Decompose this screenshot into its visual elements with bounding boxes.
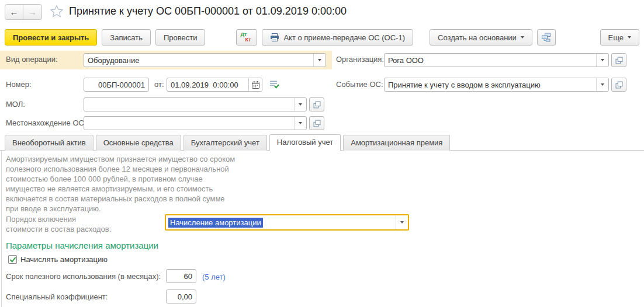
printer-icon [270, 33, 279, 41]
number-input[interactable]: 00БП-000001 [84, 78, 149, 92]
print-act-button[interactable]: Акт о приеме-передаче ОС (ОС-1) [262, 29, 413, 46]
special-coef-input[interactable]: 0,00 [166, 289, 196, 303]
organization-combo[interactable]: Рога ООО [384, 53, 609, 67]
toolbar: Провести и закрыть Записать Провести Дт … [5, 29, 639, 46]
tab-amortizacionnaya-premiya[interactable]: Амортизационная премия [343, 135, 450, 151]
favorite-star-button[interactable] [50, 5, 63, 19]
post-button[interactable]: Провести [155, 29, 206, 46]
set-posting-time-button[interactable] [269, 79, 279, 91]
post-and-close-button[interactable]: Провести и закрыть [5, 29, 97, 46]
star-icon [50, 5, 63, 18]
related-documents-button[interactable] [537, 29, 556, 46]
create-on-basis-label: Создать на основании [438, 33, 517, 42]
dt-kt-button[interactable]: Дт Кт [236, 29, 257, 46]
checkmark-icon [9, 256, 16, 263]
organization-value: Рога ООО [385, 56, 596, 65]
open-window-icon [313, 101, 321, 109]
tab-vneoborotny-aktiv[interactable]: Внеоборотный актив [5, 135, 94, 151]
event-combo[interactable]: Принятие к учету с вводом в эксплуатацию [384, 78, 609, 92]
operation-kind-label: Вид операции: [6, 55, 58, 64]
organization-label: Организация: [336, 55, 384, 64]
arrow-right-icon: → [28, 7, 37, 17]
operation-kind-value: Оборудование [84, 56, 313, 65]
accrue-amortization-label[interactable]: Начислять амортизацию [20, 255, 108, 264]
mol-combo[interactable] [84, 97, 307, 111]
date-input[interactable]: 01.09.2019 0:00:00 [167, 78, 262, 92]
mol-dropdown[interactable] [294, 98, 306, 111]
more-label: Еще [608, 33, 624, 42]
forward-button[interactable]: → [23, 5, 41, 19]
include-order-combo[interactable]: Начисление амортизации [165, 214, 409, 231]
chevron-down-icon [601, 83, 604, 86]
amortization-params-header: Параметры начисления амортизации [6, 240, 158, 250]
location-dropdown[interactable] [294, 117, 306, 130]
print-act-label: Акт о приеме-передаче ОС (ОС-1) [283, 33, 405, 42]
date-label: от: [154, 80, 164, 89]
open-window-icon [615, 57, 623, 64]
document-structure-icon [541, 33, 552, 42]
include-order-dropdown[interactable] [396, 215, 408, 229]
include-order-value: Начисление амортизации [168, 218, 263, 228]
back-button[interactable]: ← [5, 5, 23, 19]
chevron-down-icon [299, 103, 302, 106]
event-value: Принятие к учету с вводом в эксплуатацию [385, 81, 596, 89]
location-label: Местонахождение ОС: [6, 118, 86, 127]
document-check-icon [269, 79, 279, 89]
date-value: 01.09.2019 0:00:00 [167, 81, 248, 89]
useful-life-label: Срок полезного использования (в месяцах)… [6, 272, 161, 281]
location-open-button[interactable] [309, 116, 324, 130]
chevron-down-icon [521, 36, 524, 39]
amortization-info-text: Амортизируемым имуществом признается иму… [6, 154, 281, 214]
tab-nalogovy-uchet[interactable]: Налоговый учет [269, 134, 341, 151]
number-value: 00БП-000001 [84, 81, 148, 89]
dt-kt-icon: Дт Кт [240, 32, 253, 43]
calendar-icon [252, 81, 259, 89]
calendar-button[interactable] [248, 78, 262, 91]
mol-open-button[interactable] [309, 97, 324, 111]
organization-open-button[interactable] [611, 53, 626, 67]
page-title: Принятие к учету ОС 00БП-000001 от 01.09… [69, 5, 347, 18]
open-window-icon [615, 81, 623, 89]
include-order-label: Порядок включения стоимости в состав рас… [6, 214, 111, 234]
arrow-left-icon: ← [10, 7, 19, 17]
chevron-down-icon [299, 122, 302, 124]
tab-osnovnye-sredstva[interactable]: Основные средства [96, 135, 181, 151]
tab-strip: Внеоборотный актив Основные средства Бух… [0, 134, 644, 151]
event-dropdown[interactable] [596, 78, 608, 91]
operation-kind-combo[interactable]: Оборудование [84, 53, 326, 67]
operation-kind-dropdown[interactable] [313, 54, 326, 67]
chevron-down-icon [601, 59, 604, 61]
create-on-basis-button[interactable]: Создать на основании [430, 29, 532, 46]
event-label: Событие ОС: [336, 80, 383, 89]
chevron-down-icon [400, 221, 404, 224]
write-button[interactable]: Записать [102, 29, 151, 46]
tab-buhgaltersky-uchet[interactable]: Бухгалтерский учет [183, 135, 267, 151]
nav-history-group: ← → [5, 4, 42, 20]
special-coef-value: 0,00 [167, 292, 196, 301]
organization-dropdown[interactable] [596, 54, 608, 67]
chevron-down-icon [318, 59, 321, 61]
special-coef-label: Специальный коэффициент: [6, 292, 108, 301]
location-combo[interactable] [84, 116, 307, 130]
more-button[interactable]: Еще [600, 29, 639, 46]
useful-life-hint: (5 лет) [202, 273, 226, 281]
open-window-icon [313, 120, 321, 127]
number-label: Номер: [6, 80, 32, 89]
event-open-button[interactable] [611, 78, 626, 92]
mol-label: МОЛ: [6, 100, 25, 109]
accrue-amortization-checkbox[interactable] [8, 255, 17, 264]
chevron-down-icon [628, 36, 631, 39]
useful-life-input[interactable]: 60 [166, 269, 196, 283]
useful-life-value: 60 [167, 272, 196, 281]
